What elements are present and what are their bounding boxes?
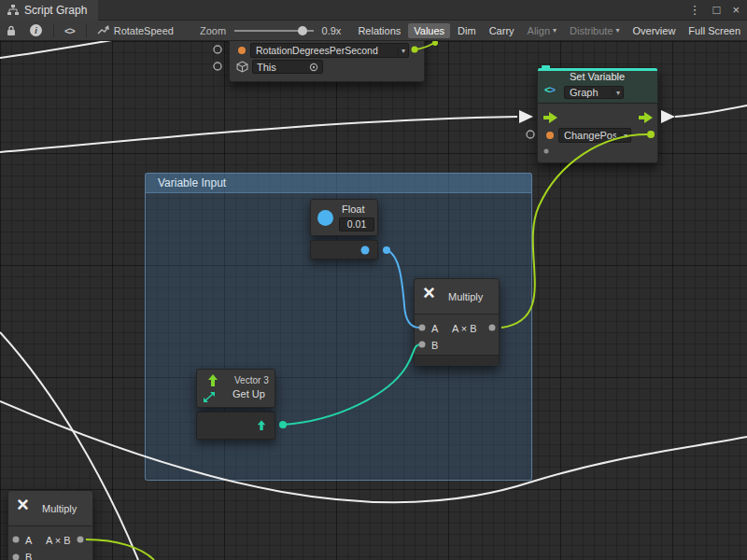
port-unconnected[interactable]: [214, 63, 221, 70]
gameobject-cube-icon: [236, 61, 248, 73]
float-value-field[interactable]: 0.01: [339, 217, 374, 231]
wire-flow-into-set-variable[interactable]: [0, 117, 517, 152]
wire-flow-top-left[interactable]: [0, 41, 140, 58]
script-graph-window: Script Graph ⋮ □ × i <> Rotate: [0, 0, 747, 560]
port-label-a: A: [25, 535, 32, 546]
toolbar-button-distribute[interactable]: Distribute▾: [564, 23, 625, 38]
flow-in-arrow-icon[interactable]: [543, 112, 557, 123]
chevron-down-icon: ▾: [620, 132, 627, 140]
port-unconnected[interactable]: [214, 46, 221, 53]
toolbar-button-values[interactable]: Values: [408, 23, 450, 38]
node-title: Multiply: [448, 291, 483, 302]
wire-flow-out-of-set-variable[interactable]: [675, 105, 747, 117]
port-label-b: B: [25, 552, 32, 560]
graph-toolbar: i <> RotateSpeed Zoom 0.9x Relations Val…: [0, 21, 747, 41]
node-float-literal[interactable]: Float 0.01: [310, 199, 378, 236]
object-picker-icon[interactable]: [309, 63, 318, 72]
float-output-port-bar[interactable]: [310, 240, 378, 259]
more-options-icon[interactable]: ⋮: [689, 3, 701, 17]
group-title: Variable Input: [158, 176, 226, 189]
chevron-down-icon: ▾: [553, 26, 557, 35]
vector-output-port-bar[interactable]: [196, 412, 275, 440]
graph-reference[interactable]: RotateSpeed: [97, 25, 174, 36]
toolbar-button-carry[interactable]: Carry: [484, 23, 520, 38]
titlebar: Script Graph ⋮ □ ×: [0, 0, 747, 21]
vector-output-port-icon[interactable]: [257, 420, 266, 431]
graph-reference-icon: [97, 25, 109, 35]
close-icon[interactable]: ×: [732, 3, 740, 17]
port-label-output: A × B: [46, 535, 71, 546]
variable-name-dropdown[interactable]: ChangePos ▾: [558, 128, 631, 143]
zoom-label: Zoom: [200, 25, 226, 36]
vector-axes-icon: [203, 391, 216, 403]
node-title: Get Up: [233, 388, 265, 399]
node-get-variable[interactable]: RotationDegreesPerSecond ▾ This: [229, 41, 425, 82]
toolbar-button-fullscreen[interactable]: Full Screen: [683, 23, 746, 38]
variable-kind-dot: [546, 132, 554, 139]
node-type-label: Vector 3: [234, 375, 269, 385]
multiply-icon: ×: [423, 281, 435, 305]
toolbar-button-dim[interactable]: Dim: [452, 23, 482, 38]
wire-endpoint-dot: [432, 41, 438, 46]
up-arrow-icon: [207, 374, 218, 387]
window-title: Script Graph: [24, 4, 87, 17]
node-title: Float: [342, 203, 364, 215]
flow-out-arrow-icon[interactable]: [639, 112, 653, 123]
chevron-down-icon: ▾: [613, 89, 620, 97]
port-changepos-left[interactable]: [527, 131, 534, 138]
zoom-slider-knob[interactable]: [298, 26, 307, 35]
lock-button[interactable]: [7, 25, 16, 36]
graph-name-label: RotateSpeed: [114, 25, 174, 36]
variable-name-dropdown[interactable]: RotationDegreesPerSecond ▾: [250, 43, 409, 58]
node-multiply[interactable]: × Multiply A A × B B: [414, 278, 500, 366]
toolbar-button-overview[interactable]: Overview: [627, 23, 682, 38]
variable-kind-dot: [238, 47, 246, 54]
multiply-icon: ×: [17, 493, 29, 517]
toolbar-divider: [53, 24, 54, 37]
group-header[interactable]: Variable Input: [146, 174, 531, 193]
maximize-icon[interactable]: □: [713, 3, 721, 17]
lock-icon: [7, 25, 16, 36]
wire-multiply2-output[interactable]: [86, 539, 154, 560]
bolt-code-icon: <>: [544, 84, 555, 95]
port-label-b: B: [431, 340, 438, 351]
node-title: Set Variable: [570, 71, 625, 82]
node-set-variable[interactable]: Set Variable <> Graph ▾ ChangePos ▾: [537, 67, 658, 163]
target-object-field[interactable]: This: [252, 60, 323, 74]
wire-arrow-head: [519, 110, 533, 123]
tab-script-graph[interactable]: Script Graph: [0, 0, 98, 21]
chevron-down-icon: ▾: [616, 26, 620, 35]
toolbar-button-align[interactable]: Align▾: [522, 23, 562, 38]
node-title: Multiply: [42, 503, 77, 514]
code-view-button[interactable]: <>: [64, 25, 75, 36]
node-multiply[interactable]: × Multiply A A × B B: [7, 490, 93, 560]
variable-scope-dropdown[interactable]: Graph ▾: [564, 86, 624, 99]
zoom-slider[interactable]: [234, 24, 313, 37]
toolbar-buttons: Relations Values Dim Carry Align▾ Distri…: [351, 21, 747, 41]
node-vector3-get-up[interactable]: Vector 3 Get Up: [196, 369, 275, 408]
port-label-output: A × B: [452, 323, 477, 334]
info-icon: i: [30, 24, 42, 36]
zoom-value: 0.9x: [322, 25, 345, 36]
code-icon: <>: [64, 25, 75, 36]
port-label-a: A: [431, 323, 438, 334]
node-footer: [415, 355, 499, 366]
float-type-icon: [317, 210, 333, 226]
graph-canvas[interactable]: Variable Input RotationDegreesPerSecond …: [0, 41, 747, 560]
chevron-down-icon: ▾: [398, 47, 405, 55]
wire-arrow-head: [661, 110, 675, 123]
toolbar-button-relations[interactable]: Relations: [352, 23, 406, 38]
toolbar-divider: [86, 24, 87, 37]
info-button[interactable]: i: [30, 24, 42, 36]
graph-icon: [7, 5, 19, 16]
